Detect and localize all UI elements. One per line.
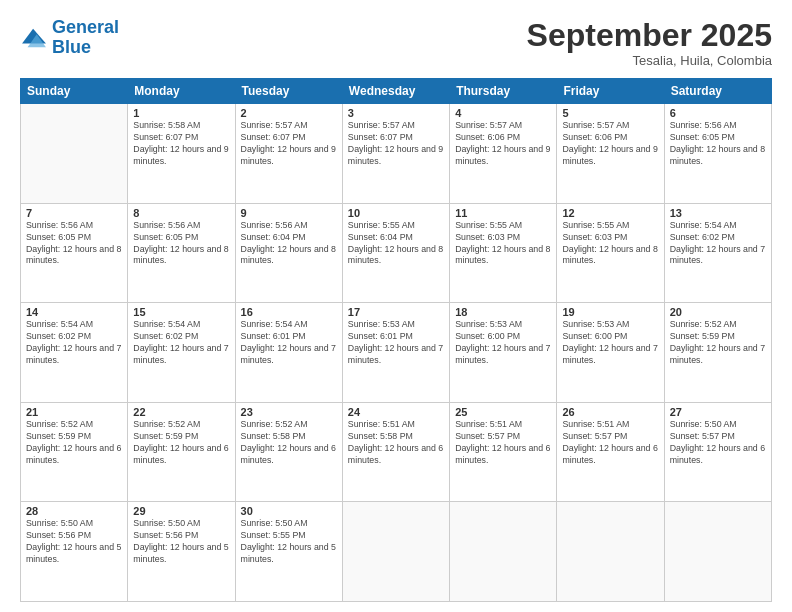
- calendar-cell: [342, 502, 449, 602]
- calendar-cell: 15Sunrise: 5:54 AM Sunset: 6:02 PM Dayli…: [128, 303, 235, 403]
- day-info: Sunrise: 5:57 AM Sunset: 6:07 PM Dayligh…: [241, 120, 337, 168]
- day-info: Sunrise: 5:54 AM Sunset: 6:02 PM Dayligh…: [670, 220, 766, 268]
- calendar-cell: 19Sunrise: 5:53 AM Sunset: 6:00 PM Dayli…: [557, 303, 664, 403]
- calendar-cell: 9Sunrise: 5:56 AM Sunset: 6:04 PM Daylig…: [235, 203, 342, 303]
- day-number: 9: [241, 207, 337, 219]
- day-number: 28: [26, 505, 122, 517]
- day-number: 7: [26, 207, 122, 219]
- calendar-cell: 14Sunrise: 5:54 AM Sunset: 6:02 PM Dayli…: [21, 303, 128, 403]
- day-number: 18: [455, 306, 551, 318]
- day-number: 30: [241, 505, 337, 517]
- day-number: 29: [133, 505, 229, 517]
- calendar-cell: 6Sunrise: 5:56 AM Sunset: 6:05 PM Daylig…: [664, 104, 771, 204]
- calendar-cell: 29Sunrise: 5:50 AM Sunset: 5:56 PM Dayli…: [128, 502, 235, 602]
- calendar-cell: [557, 502, 664, 602]
- day-number: 22: [133, 406, 229, 418]
- day-info: Sunrise: 5:54 AM Sunset: 6:01 PM Dayligh…: [241, 319, 337, 367]
- calendar-cell: 16Sunrise: 5:54 AM Sunset: 6:01 PM Dayli…: [235, 303, 342, 403]
- calendar-cell: 21Sunrise: 5:52 AM Sunset: 5:59 PM Dayli…: [21, 402, 128, 502]
- calendar-cell: 22Sunrise: 5:52 AM Sunset: 5:59 PM Dayli…: [128, 402, 235, 502]
- day-number: 6: [670, 107, 766, 119]
- day-number: 2: [241, 107, 337, 119]
- day-info: Sunrise: 5:51 AM Sunset: 5:57 PM Dayligh…: [562, 419, 658, 467]
- calendar-cell: [21, 104, 128, 204]
- day-number: 16: [241, 306, 337, 318]
- day-header-friday: Friday: [557, 79, 664, 104]
- day-header-tuesday: Tuesday: [235, 79, 342, 104]
- calendar-cell: 27Sunrise: 5:50 AM Sunset: 5:57 PM Dayli…: [664, 402, 771, 502]
- month-title: September 2025: [527, 18, 772, 53]
- calendar-cell: 17Sunrise: 5:53 AM Sunset: 6:01 PM Dayli…: [342, 303, 449, 403]
- day-number: 24: [348, 406, 444, 418]
- calendar-cell: 7Sunrise: 5:56 AM Sunset: 6:05 PM Daylig…: [21, 203, 128, 303]
- calendar-cell: 30Sunrise: 5:50 AM Sunset: 5:55 PM Dayli…: [235, 502, 342, 602]
- day-number: 19: [562, 306, 658, 318]
- calendar-cell: 20Sunrise: 5:52 AM Sunset: 5:59 PM Dayli…: [664, 303, 771, 403]
- calendar-cell: 4Sunrise: 5:57 AM Sunset: 6:06 PM Daylig…: [450, 104, 557, 204]
- day-info: Sunrise: 5:52 AM Sunset: 5:59 PM Dayligh…: [133, 419, 229, 467]
- day-info: Sunrise: 5:56 AM Sunset: 6:05 PM Dayligh…: [26, 220, 122, 268]
- day-info: Sunrise: 5:54 AM Sunset: 6:02 PM Dayligh…: [26, 319, 122, 367]
- calendar-cell: 5Sunrise: 5:57 AM Sunset: 6:06 PM Daylig…: [557, 104, 664, 204]
- day-info: Sunrise: 5:52 AM Sunset: 5:58 PM Dayligh…: [241, 419, 337, 467]
- day-info: Sunrise: 5:50 AM Sunset: 5:57 PM Dayligh…: [670, 419, 766, 467]
- day-header-monday: Monday: [128, 79, 235, 104]
- location-subtitle: Tesalia, Huila, Colombia: [527, 53, 772, 68]
- day-number: 17: [348, 306, 444, 318]
- day-info: Sunrise: 5:56 AM Sunset: 6:04 PM Dayligh…: [241, 220, 337, 268]
- calendar-cell: 11Sunrise: 5:55 AM Sunset: 6:03 PM Dayli…: [450, 203, 557, 303]
- calendar-cell: 26Sunrise: 5:51 AM Sunset: 5:57 PM Dayli…: [557, 402, 664, 502]
- day-info: Sunrise: 5:53 AM Sunset: 6:00 PM Dayligh…: [562, 319, 658, 367]
- day-info: Sunrise: 5:56 AM Sunset: 6:05 PM Dayligh…: [670, 120, 766, 168]
- day-info: Sunrise: 5:52 AM Sunset: 5:59 PM Dayligh…: [670, 319, 766, 367]
- calendar-cell: 24Sunrise: 5:51 AM Sunset: 5:58 PM Dayli…: [342, 402, 449, 502]
- calendar-cell: [450, 502, 557, 602]
- calendar-cell: 1Sunrise: 5:58 AM Sunset: 6:07 PM Daylig…: [128, 104, 235, 204]
- day-number: 15: [133, 306, 229, 318]
- day-number: 13: [670, 207, 766, 219]
- day-info: Sunrise: 5:50 AM Sunset: 5:56 PM Dayligh…: [26, 518, 122, 566]
- day-header-thursday: Thursday: [450, 79, 557, 104]
- day-info: Sunrise: 5:55 AM Sunset: 6:03 PM Dayligh…: [562, 220, 658, 268]
- day-info: Sunrise: 5:58 AM Sunset: 6:07 PM Dayligh…: [133, 120, 229, 168]
- calendar-cell: 8Sunrise: 5:56 AM Sunset: 6:05 PM Daylig…: [128, 203, 235, 303]
- day-number: 23: [241, 406, 337, 418]
- calendar-cell: 28Sunrise: 5:50 AM Sunset: 5:56 PM Dayli…: [21, 502, 128, 602]
- day-number: 21: [26, 406, 122, 418]
- day-number: 8: [133, 207, 229, 219]
- day-number: 3: [348, 107, 444, 119]
- day-number: 25: [455, 406, 551, 418]
- day-number: 20: [670, 306, 766, 318]
- calendar-cell: 23Sunrise: 5:52 AM Sunset: 5:58 PM Dayli…: [235, 402, 342, 502]
- calendar-cell: 2Sunrise: 5:57 AM Sunset: 6:07 PM Daylig…: [235, 104, 342, 204]
- day-number: 26: [562, 406, 658, 418]
- day-number: 27: [670, 406, 766, 418]
- day-info: Sunrise: 5:57 AM Sunset: 6:06 PM Dayligh…: [562, 120, 658, 168]
- day-info: Sunrise: 5:51 AM Sunset: 5:58 PM Dayligh…: [348, 419, 444, 467]
- calendar-cell: 25Sunrise: 5:51 AM Sunset: 5:57 PM Dayli…: [450, 402, 557, 502]
- day-info: Sunrise: 5:55 AM Sunset: 6:04 PM Dayligh…: [348, 220, 444, 268]
- calendar-cell: 12Sunrise: 5:55 AM Sunset: 6:03 PM Dayli…: [557, 203, 664, 303]
- calendar-cell: 3Sunrise: 5:57 AM Sunset: 6:07 PM Daylig…: [342, 104, 449, 204]
- logo: GeneralBlue: [20, 18, 119, 58]
- calendar-cell: [664, 502, 771, 602]
- day-info: Sunrise: 5:53 AM Sunset: 6:00 PM Dayligh…: [455, 319, 551, 367]
- calendar-cell: 10Sunrise: 5:55 AM Sunset: 6:04 PM Dayli…: [342, 203, 449, 303]
- day-number: 1: [133, 107, 229, 119]
- day-info: Sunrise: 5:57 AM Sunset: 6:07 PM Dayligh…: [348, 120, 444, 168]
- title-block: September 2025 Tesalia, Huila, Colombia: [527, 18, 772, 68]
- day-header-wednesday: Wednesday: [342, 79, 449, 104]
- page-header: GeneralBlue September 2025 Tesalia, Huil…: [20, 18, 772, 68]
- day-number: 4: [455, 107, 551, 119]
- day-info: Sunrise: 5:50 AM Sunset: 5:55 PM Dayligh…: [241, 518, 337, 566]
- day-number: 10: [348, 207, 444, 219]
- calendar-table: SundayMondayTuesdayWednesdayThursdayFrid…: [20, 78, 772, 602]
- calendar-cell: 18Sunrise: 5:53 AM Sunset: 6:00 PM Dayli…: [450, 303, 557, 403]
- day-header-sunday: Sunday: [21, 79, 128, 104]
- day-info: Sunrise: 5:54 AM Sunset: 6:02 PM Dayligh…: [133, 319, 229, 367]
- logo-text: GeneralBlue: [52, 18, 119, 58]
- day-info: Sunrise: 5:57 AM Sunset: 6:06 PM Dayligh…: [455, 120, 551, 168]
- day-info: Sunrise: 5:55 AM Sunset: 6:03 PM Dayligh…: [455, 220, 551, 268]
- day-info: Sunrise: 5:56 AM Sunset: 6:05 PM Dayligh…: [133, 220, 229, 268]
- day-number: 14: [26, 306, 122, 318]
